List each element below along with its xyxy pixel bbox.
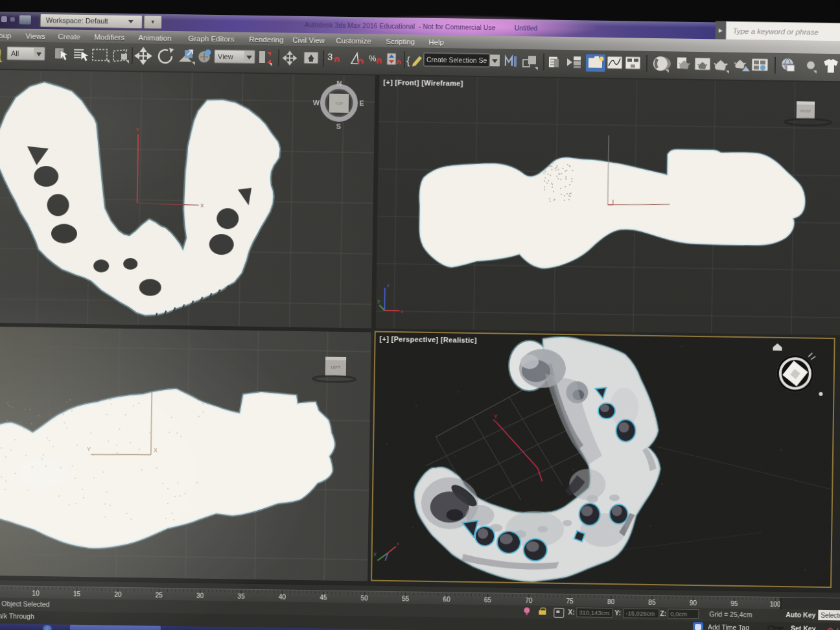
svg-text:70: 70 [525, 597, 533, 604]
svg-text:90: 90 [690, 599, 697, 606]
svg-text:100: 100 [770, 600, 781, 607]
svg-text:75: 75 [566, 598, 574, 605]
svg-text:x: x [397, 541, 399, 546]
svg-text:N: N [336, 80, 342, 88]
svg-text:X: X [154, 447, 158, 454]
svg-text:55: 55 [402, 595, 410, 602]
svg-text:Y: Y [87, 446, 91, 452]
svg-text:E: E [359, 99, 364, 107]
svg-text:Y: Y [135, 126, 139, 133]
svg-text:30: 30 [196, 592, 204, 599]
svg-text:35: 35 [237, 592, 245, 600]
svg-text:LEFT: LEFT [331, 366, 341, 369]
svg-text:15: 15 [73, 590, 81, 597]
svg-text:85: 85 [648, 598, 656, 605]
svg-text:50: 50 [361, 594, 369, 601]
svg-text:S: S [336, 122, 342, 130]
svg-text:65: 65 [484, 596, 492, 603]
svg-text:y: y [374, 551, 377, 557]
svg-text:%: % [369, 53, 377, 63]
svg-text:All: All [11, 49, 19, 57]
svg-text:40: 40 [279, 593, 286, 600]
svg-text:FRONT: FRONT [800, 109, 811, 113]
svg-text:3: 3 [327, 51, 333, 62]
svg-text:20: 20 [114, 590, 122, 598]
svg-text:Y: Y [494, 413, 498, 419]
svg-text:View: View [218, 52, 233, 60]
svg-text:x: x [201, 202, 204, 209]
svg-text:y: y [377, 298, 380, 304]
svg-text:x: x [401, 309, 403, 314]
svg-text:{: { [406, 54, 410, 67]
svg-text:W: W [313, 99, 320, 106]
svg-text:80: 80 [607, 598, 615, 605]
svg-text:Create Selection Se: Create Selection Se [426, 56, 487, 64]
svg-text:60: 60 [443, 596, 450, 603]
svg-text:TOP: TOP [335, 102, 343, 106]
svg-text:10: 10 [32, 589, 40, 596]
svg-text:25: 25 [156, 591, 163, 598]
svg-text:45: 45 [320, 594, 327, 601]
svg-text:95: 95 [730, 600, 738, 607]
svg-text:z: z [387, 283, 390, 288]
